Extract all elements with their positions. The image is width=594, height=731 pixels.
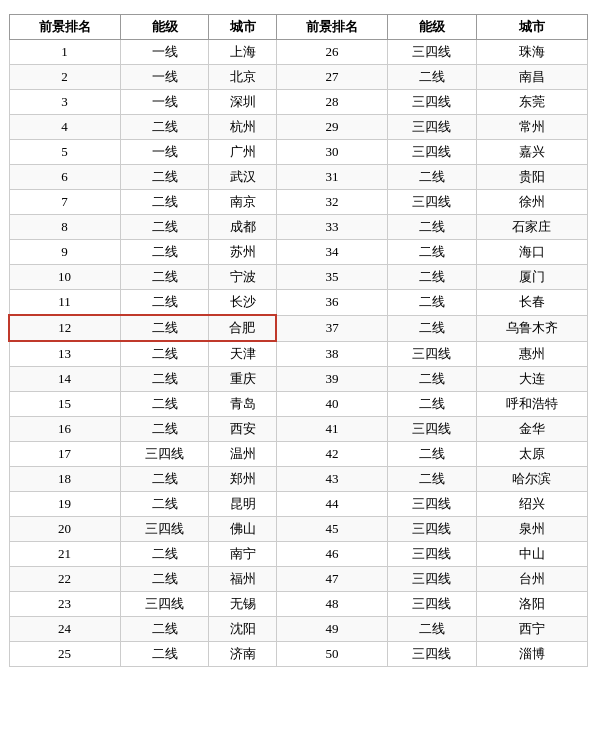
col-header-level2: 能级 [388, 15, 477, 40]
table-row: 12二线合肥37二线乌鲁木齐 [9, 315, 588, 341]
table-row: 21二线南宁46三四线中山 [9, 542, 588, 567]
col-header-city2: 城市 [476, 15, 587, 40]
highlighted-rank-cell: 12 [9, 315, 120, 341]
highlighted-level-cell: 二线 [120, 315, 209, 341]
table-row: 24二线沈阳49二线西宁 [9, 617, 588, 642]
table-row: 22二线福州47三四线台州 [9, 567, 588, 592]
table-row: 5一线广州30三四线嘉兴 [9, 140, 588, 165]
table-row: 19二线昆明44三四线绍兴 [9, 492, 588, 517]
table-row: 10二线宁波35二线厦门 [9, 265, 588, 290]
col-header-rank2: 前景排名 [276, 15, 387, 40]
table-row: 17三四线温州42二线太原 [9, 442, 588, 467]
table-row: 25二线济南50三四线淄博 [9, 642, 588, 667]
highlighted-city-cell: 合肥 [209, 315, 277, 341]
table-row: 23三四线无锡48三四线洛阳 [9, 592, 588, 617]
table-row: 4二线杭州29三四线常州 [9, 115, 588, 140]
table-row: 18二线郑州43二线哈尔滨 [9, 467, 588, 492]
table-row: 1一线上海26三四线珠海 [9, 40, 588, 65]
col-header-city1: 城市 [209, 15, 277, 40]
col-header-rank1: 前景排名 [9, 15, 120, 40]
table-row: 20三四线佛山45三四线泉州 [9, 517, 588, 542]
table-row: 2一线北京27二线南昌 [9, 65, 588, 90]
col-header-level1: 能级 [120, 15, 209, 40]
table-row: 14二线重庆39二线大连 [9, 367, 588, 392]
table-row: 8二线成都33二线石家庄 [9, 215, 588, 240]
table-row: 16二线西安41三四线金华 [9, 417, 588, 442]
table-row: 9二线苏州34二线海口 [9, 240, 588, 265]
table-row: 11二线长沙36二线长春 [9, 290, 588, 316]
table-row: 3一线深圳28三四线东莞 [9, 90, 588, 115]
ranking-table: 前景排名 能级 城市 前景排名 能级 城市 1一线上海26三四线珠海2一线北京2… [8, 14, 588, 667]
table-row: 6二线武汉31二线贵阳 [9, 165, 588, 190]
table-row: 13二线天津38三四线惠州 [9, 341, 588, 367]
table-row: 7二线南京32三四线徐州 [9, 190, 588, 215]
table-row: 15二线青岛40二线呼和浩特 [9, 392, 588, 417]
